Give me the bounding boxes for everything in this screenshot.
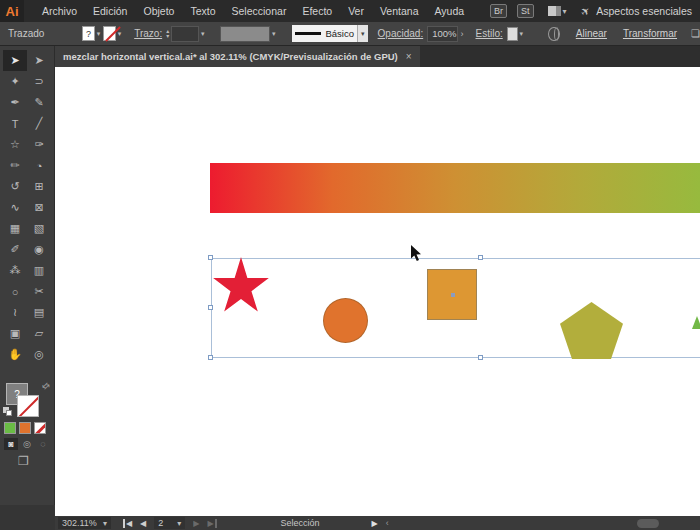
rotate-tool[interactable]: ↺ — [3, 176, 27, 197]
document-setup-icon[interactable] — [548, 27, 560, 41]
swap-fill-stroke-icon[interactable]: ⇆ — [40, 380, 52, 392]
scale-tool[interactable]: ⊞ — [27, 176, 51, 197]
chart-tool[interactable]: ▤ — [27, 302, 51, 323]
graphic-style-label[interactable]: Estilo: — [476, 28, 503, 39]
type-tool[interactable]: T — [3, 113, 27, 134]
chevron-down-icon[interactable]: ▾ — [201, 30, 205, 38]
opacity-expand-arrow[interactable]: › — [461, 29, 464, 39]
mesh-tool[interactable]: ▦ — [3, 218, 27, 239]
chevron-down-icon: ▾ — [563, 7, 567, 16]
arrange-documents-button[interactable]: ▾ — [548, 6, 567, 16]
horizontal-scrollbar-thumb[interactable] — [637, 519, 659, 528]
status-flyout-arrow[interactable]: ▶ — [372, 519, 378, 528]
brush-definition-dropdown[interactable]: Básico — [292, 25, 357, 42]
stroke-color-swatch[interactable] — [103, 26, 115, 41]
shape-tool[interactable]: ☆ — [3, 134, 27, 155]
green-swatch[interactable] — [4, 422, 16, 434]
zoom-tool[interactable]: ◎ — [27, 344, 51, 365]
ellipse-tool[interactable]: ○ — [3, 281, 27, 302]
align-link[interactable]: Alinear — [576, 28, 607, 39]
workspace-switcher[interactable]: Aspectos esenciales — [596, 5, 692, 17]
chevron-down-icon[interactable]: ▾ — [520, 30, 524, 38]
width-tool[interactable]: ∿ — [3, 197, 27, 218]
chevron-down-icon[interactable]: ▾ — [97, 30, 101, 38]
selection-handle[interactable] — [478, 255, 483, 260]
hand-tool[interactable]: ✋ — [3, 344, 27, 365]
menu-ver[interactable]: Ver — [340, 5, 372, 17]
chevron-down-icon[interactable]: ▾ — [357, 25, 368, 42]
selection-handle[interactable] — [208, 255, 213, 260]
menu-ayuda[interactable]: Ayuda — [426, 5, 472, 17]
scissors-tool[interactable]: ✂ — [27, 281, 51, 302]
selection-handle[interactable] — [478, 355, 483, 360]
brush-name: Básico — [325, 28, 354, 39]
document-tab[interactable]: mezclar horizontal vertical.ai* al 302.1… — [55, 46, 420, 67]
none-swatch[interactable] — [34, 422, 46, 434]
circle-shape[interactable] — [323, 298, 368, 343]
shaper-tool[interactable]: ✏ — [3, 155, 27, 176]
menu-texto[interactable]: Texto — [182, 5, 223, 17]
screen-mode-button[interactable]: ❐ — [18, 454, 29, 468]
gradient-tool[interactable]: ▧ — [27, 218, 51, 239]
transform-link[interactable]: Transformar — [623, 28, 677, 39]
previous-artboard-button[interactable]: ◀ — [140, 519, 146, 528]
gradient-rectangle-object[interactable] — [210, 163, 700, 213]
magic-wand-tool[interactable]: ✦ — [3, 71, 27, 92]
first-artboard-button[interactable]: ◀ — [123, 519, 132, 528]
curvature-tool[interactable]: ✎ — [27, 92, 51, 113]
menu-seleccionar[interactable]: Seleccionar — [224, 5, 295, 17]
lasso-tool[interactable]: ⊃ — [27, 71, 51, 92]
menu-efecto[interactable]: Efecto — [294, 5, 340, 17]
menu-objeto[interactable]: Objeto — [135, 5, 182, 17]
opacity-label[interactable]: Opacidad: — [378, 28, 424, 39]
stroke-proxy[interactable] — [17, 395, 39, 417]
panel-badge-br[interactable]: Br — [490, 4, 507, 18]
direct-selection-tool[interactable]: ➤ — [27, 50, 51, 71]
graphic-style-swatch[interactable] — [507, 27, 518, 41]
width-profile-dropdown[interactable] — [220, 26, 270, 42]
stroke-weight-label[interactable]: Trazo: — [134, 28, 162, 39]
blend-tool[interactable]: ◉ — [27, 239, 51, 260]
menu-archivo[interactable]: Archivo — [34, 5, 85, 17]
isolate-selection-icon[interactable]: ❏ — [691, 28, 700, 39]
artboard-number-dropdown[interactable]: 2 ▾ — [154, 517, 185, 529]
zoom-level-dropdown[interactable]: 302.11% ▾ — [58, 517, 111, 529]
draw-normal-mode-button[interactable]: ◙ — [4, 438, 18, 450]
eyedropper-tool[interactable]: ✐ — [3, 239, 27, 260]
chevron-down-icon[interactable]: ▾ — [272, 30, 276, 38]
menu-edicion[interactable]: Edición — [85, 5, 135, 17]
selection-tool[interactable]: ➤ — [3, 50, 27, 71]
share-icon[interactable]: ✈ — [578, 3, 593, 19]
square-shape[interactable] — [427, 269, 477, 320]
status-collapse-icon[interactable]: ‹ — [386, 518, 389, 528]
pencil-tool[interactable]: ≀ — [3, 302, 27, 323]
draw-inside-mode-button[interactable]: ◌ — [36, 438, 50, 450]
stroke-weight-stepper[interactable]: ▴▾ — [166, 29, 169, 39]
selection-handle[interactable] — [208, 305, 213, 310]
last-artboard-button[interactable]: ▶ — [207, 519, 216, 528]
line-segment-tool[interactable]: ╱ — [27, 113, 51, 134]
blob-brush-tool[interactable]: ◔ — [27, 155, 51, 176]
chevron-down-icon[interactable]: ▾ — [118, 30, 122, 38]
selection-handle[interactable] — [208, 355, 213, 360]
quick-color-swatches — [4, 422, 46, 434]
default-fill-stroke-icon[interactable] — [3, 407, 13, 417]
slice-tool[interactable]: ▱ — [27, 323, 51, 344]
column-graph-tool[interactable]: ▥ — [27, 260, 51, 281]
paintbrush-tool[interactable]: ✑ — [27, 134, 51, 155]
close-icon[interactable]: × — [406, 51, 412, 62]
next-artboard-button[interactable]: ▶ — [193, 519, 199, 528]
document-title: mezclar horizontal vertical.ai* al 302.1… — [63, 51, 398, 62]
free-transform-tool[interactable]: ⊠ — [27, 197, 51, 218]
menu-ventana[interactable]: Ventana — [372, 5, 427, 17]
fill-color-swatch[interactable]: ? — [82, 26, 94, 41]
draw-behind-mode-button[interactable]: ◎ — [20, 438, 34, 450]
artboard-tool[interactable]: ▣ — [3, 323, 27, 344]
opacity-field[interactable]: 100% — [427, 26, 457, 42]
orange-gradient-swatch[interactable] — [19, 422, 31, 434]
pen-tool[interactable]: ✒ — [3, 92, 27, 113]
stroke-weight-field[interactable] — [171, 26, 199, 42]
symbol-sprayer-tool[interactable]: ⁂ — [3, 260, 27, 281]
panel-badge-st[interactable]: St — [517, 4, 534, 18]
artboard-canvas[interactable] — [55, 67, 700, 516]
